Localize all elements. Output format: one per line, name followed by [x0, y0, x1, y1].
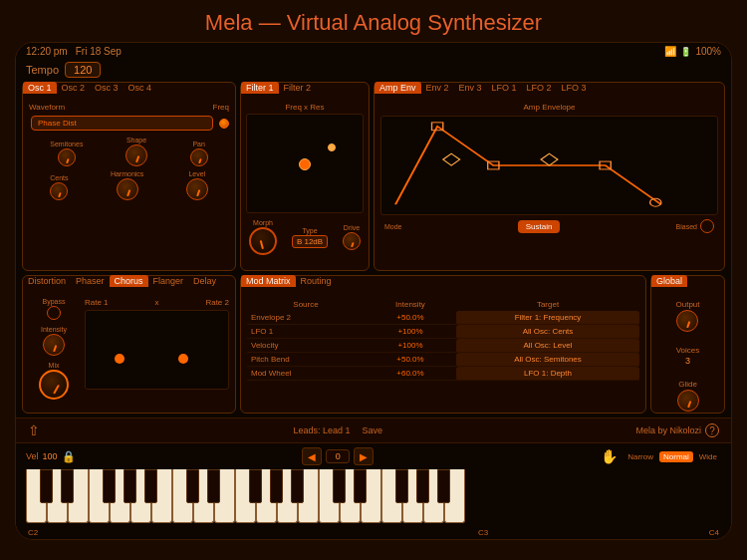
filter-type-value[interactable]: B 12dB: [292, 235, 328, 248]
black-key[interactable]: [144, 469, 157, 503]
filter-xy-dot[interactable]: [299, 158, 311, 170]
tab-lfo3[interactable]: LFO 3: [557, 82, 592, 94]
transport-prev[interactable]: ◀: [302, 447, 322, 465]
glide-knob[interactable]: [677, 390, 699, 412]
tab-filter2[interactable]: Filter 2: [279, 82, 317, 94]
tab-mod-matrix[interactable]: Mod Matrix: [241, 275, 296, 287]
save-button[interactable]: Save: [363, 425, 383, 435]
tab-distortion[interactable]: Distortion: [23, 275, 71, 287]
env-display[interactable]: [380, 116, 718, 215]
amp-panel: Amp Env Env 2 Env 3 LFO 1 LFO 2 LFO 3 Am…: [374, 82, 725, 271]
mix-knob[interactable]: [39, 370, 69, 400]
mod-row-source: Envelope 2: [247, 311, 365, 325]
tab-lfo1[interactable]: LFO 1: [487, 82, 522, 94]
intensity-label: Intensity: [41, 326, 67, 333]
cents-knob[interactable]: [50, 182, 68, 200]
piano-keys[interactable]: [26, 469, 721, 527]
mod-panel: Mod Matrix Routing Source Intensity Targ…: [240, 275, 646, 414]
black-key[interactable]: [395, 469, 408, 503]
tab-chorus[interactable]: Chorus: [110, 275, 148, 287]
black-key[interactable]: [61, 469, 74, 503]
black-key[interactable]: [270, 469, 283, 503]
black-key[interactable]: [124, 469, 136, 503]
black-key[interactable]: [291, 469, 304, 503]
morph-knob[interactable]: [249, 227, 277, 255]
bypass-indicator[interactable]: [47, 306, 61, 320]
mix-label: Mix: [49, 362, 60, 369]
waveform-button[interactable]: Phase Dist: [31, 116, 213, 131]
tab-flanger[interactable]: Flanger: [148, 275, 189, 287]
transport-value: 0: [326, 449, 350, 463]
filter-xy-label: Freq x Res: [245, 103, 365, 112]
filter-xy-pad[interactable]: [246, 114, 364, 213]
black-key[interactable]: [249, 469, 262, 503]
bottom-section: Distortion Phaser Chorus Flanger Delay B…: [22, 275, 725, 414]
biased-indicator[interactable]: [700, 219, 714, 233]
note-c3-label: C3: [478, 528, 488, 537]
wide-button[interactable]: Wide: [695, 451, 721, 462]
menu-icon[interactable]: ⇧: [28, 422, 40, 438]
black-key[interactable]: [437, 469, 450, 503]
shape-knob[interactable]: [125, 144, 147, 166]
tab-global[interactable]: Global: [651, 275, 687, 287]
mod-row-source: Velocity: [247, 339, 365, 353]
tab-filter1[interactable]: Filter 1: [241, 82, 279, 94]
voices-label: Voices: [676, 346, 700, 355]
svg-marker-4: [443, 153, 460, 165]
intensity-knob[interactable]: [43, 334, 65, 356]
tempo-bar: Tempo 120: [16, 60, 731, 82]
filter-xy-dot2[interactable]: [328, 143, 336, 151]
sustain-button[interactable]: Sustain: [518, 220, 561, 233]
black-key[interactable]: [416, 469, 429, 503]
tab-env3[interactable]: Env 3: [454, 82, 487, 94]
tab-delay[interactable]: Delay: [188, 275, 221, 287]
tab-phaser[interactable]: Phaser: [71, 275, 110, 287]
black-key[interactable]: [40, 469, 53, 503]
tab-osc3[interactable]: Osc 3: [90, 82, 124, 94]
fx-xy-dot1[interactable]: [115, 354, 124, 364]
black-key[interactable]: [207, 469, 220, 503]
mod-matrix-row[interactable]: LFO 1 +100% All Osc: Cents: [247, 325, 639, 339]
mod-matrix-row[interactable]: Velocity +100% All Osc: Level: [247, 339, 639, 353]
help-icon[interactable]: ?: [705, 423, 719, 437]
mod-matrix-row[interactable]: Mod Wheel +60.0% LFO 1: Depth: [247, 367, 639, 381]
tempo-value[interactable]: 120: [65, 62, 101, 78]
tab-amp-env[interactable]: Amp Env: [374, 82, 421, 94]
harmonics-knob[interactable]: [117, 178, 138, 200]
tab-osc4[interactable]: Osc 4: [124, 82, 157, 94]
mod-matrix-row[interactable]: Pitch Bend +50.0% All Osc: Semitones: [247, 353, 639, 367]
pan-knob[interactable]: [190, 148, 208, 166]
voices-value: 3: [685, 356, 690, 366]
global-label-tab: Global: [651, 275, 724, 287]
black-key[interactable]: [333, 469, 346, 503]
black-key[interactable]: [186, 469, 199, 503]
black-key[interactable]: [103, 469, 116, 503]
drive-knob[interactable]: [343, 232, 361, 250]
transport-next[interactable]: ▶: [354, 447, 374, 465]
output-knob[interactable]: [676, 310, 698, 332]
note-c4-label: C4: [709, 528, 719, 537]
mod-row-source: Pitch Bend: [247, 353, 365, 367]
mod-matrix-row[interactable]: Envelope 2 +50.0% Filter 1: Frequency: [247, 311, 639, 325]
narrow-button[interactable]: Narrow: [623, 451, 657, 462]
normal-button[interactable]: Normal: [659, 451, 693, 462]
hand-icon[interactable]: ✋: [601, 448, 618, 464]
tab-lfo2[interactable]: LFO 2: [522, 82, 557, 94]
black-key[interactable]: [354, 469, 367, 503]
fx-xy-dot2[interactable]: [178, 354, 188, 364]
tab-env2[interactable]: Env 2: [421, 82, 454, 94]
semitones-knob[interactable]: [58, 148, 76, 166]
tab-osc2[interactable]: Osc 2: [57, 82, 91, 94]
fx-xy-pad[interactable]: [85, 310, 229, 390]
freq-led[interactable]: [219, 119, 229, 129]
rate1-label: Rate 1: [85, 298, 109, 307]
level-knob[interactable]: [186, 178, 208, 200]
width-group: Narrow Normal Wide: [623, 451, 721, 462]
tab-routing[interactable]: Routing: [296, 275, 337, 287]
lock-icon: 🔒: [62, 450, 76, 463]
tab-osc1[interactable]: Osc 1: [23, 82, 57, 94]
status-bar: 12:20 pm Fri 18 Sep 📶 🔋 100%: [16, 43, 731, 60]
osc-panel: Osc 1 Osc 2 Osc 3 Osc 4 Waveform Freq Ph…: [22, 82, 236, 271]
bypass-label: Bypass: [43, 298, 66, 305]
battery-icon: 🔋: [680, 47, 691, 57]
